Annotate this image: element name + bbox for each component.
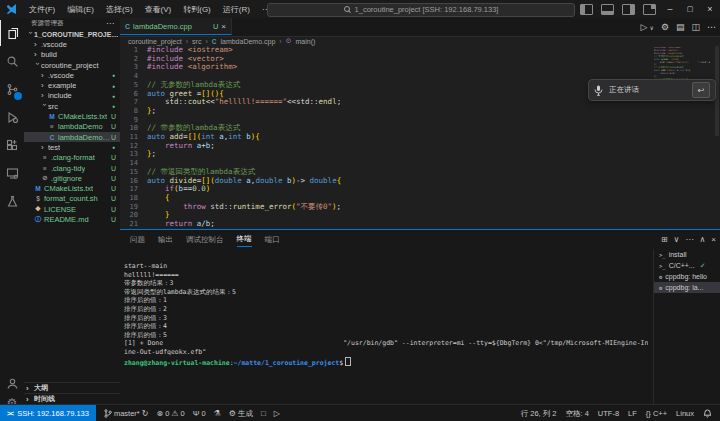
tree-item[interactable]: ›src● (24, 101, 120, 111)
tree-item[interactable]: ClambdaDemo.cppU (24, 132, 120, 142)
breadcrumb[interactable]: coroutine_project› src› C lambdaDemo.cpp… (128, 36, 688, 46)
encoding[interactable]: UTF-8 (598, 409, 619, 418)
customize-layout-icon[interactable] (643, 4, 656, 15)
problems-item[interactable]: ⊗ 0 ⚠ 0 (156, 409, 184, 418)
tree-item[interactable]: ›.vscode● (24, 70, 120, 80)
notifications-bell-icon[interactable] (703, 409, 712, 418)
tree-item[interactable]: ⓘREADME.mdU (24, 214, 120, 224)
tree-item[interactable]: ›1_COROUTINE_PROJECT [SSH: 1... (24, 29, 120, 39)
tree-item[interactable]: ⊘.gitignoreU (24, 173, 120, 183)
line-number: 3 (120, 63, 147, 72)
run-debug-icon[interactable] (0, 104, 24, 130)
close-button[interactable]: × (700, 0, 720, 18)
ports-item[interactable]: Ψ 0 (193, 409, 206, 418)
tree-item[interactable]: ›include● (24, 91, 120, 101)
code-editor[interactable]: 1#include <iostream>2#include <vector>3#… (120, 46, 650, 229)
terminal-output[interactable]: start--mainhelllll!======带参数的结果：3带返回类型的l… (124, 252, 648, 410)
command-center-search[interactable]: 1_coroutine_project [SSH: 192.168.79.133… (267, 3, 575, 17)
source-control-icon[interactable] (0, 76, 24, 102)
new-terminal-icon[interactable]: ⊞ (661, 235, 668, 244)
remote-indicator[interactable]: >< SSH: 192.168.79.133 (0, 405, 96, 421)
maximize-panel-icon[interactable]: ∧ (699, 235, 705, 244)
search-sidebar-icon[interactable] (0, 48, 24, 74)
tools-item[interactable]: ⚗ (214, 410, 221, 418)
panel-tab-调试控制台[interactable]: 调试控制台 (186, 233, 224, 247)
tree-item[interactable]: ≡lambdaDemoU (24, 122, 120, 132)
tab-lambdademo-cpp[interactable]: C lambdaDemo.cpp U × (120, 18, 232, 35)
git-branch-item[interactable]: master* ↻ (104, 409, 149, 418)
run-dropdown-icon[interactable]: ∨ (649, 24, 653, 31)
tree-item[interactable]: MCMakeLists.txtU (24, 111, 120, 121)
toggle-sidebar-icon[interactable] (580, 4, 593, 15)
menu-item[interactable]: 选择(S) (100, 5, 139, 14)
code-line: 3#include <algorithm> (120, 63, 650, 72)
tree-item[interactable]: ›build (24, 50, 120, 60)
breadcrumb-item[interactable]: coroutine_project (128, 38, 182, 45)
tree-item-label: 1_COROUTINE_PROJECT [SSH: 1... (34, 31, 120, 38)
menu-item[interactable]: 查看(V) (139, 5, 178, 14)
tree-item[interactable]: MCMakeLists.txtU (24, 183, 120, 193)
code-text: }; (147, 150, 156, 159)
tree-item[interactable]: $format_count.shU (24, 194, 120, 204)
menu-item[interactable]: 转到(G) (177, 5, 217, 14)
panel-tab-输出[interactable]: 输出 (158, 233, 173, 247)
terminal-dropdown-icon[interactable]: ∨ (674, 235, 680, 244)
cursor-position[interactable]: 行 26, 列 2 (521, 409, 557, 419)
menu-item[interactable]: 文件(F) (23, 5, 61, 14)
editor-scrollbar[interactable] (714, 46, 720, 229)
os-indicator[interactable]: Linux (676, 409, 694, 418)
menu-item[interactable]: 运行(R) (217, 5, 256, 14)
sidebar-section-header[interactable]: ›大纲 (24, 382, 120, 393)
tree-item[interactable]: ›coroutine_project (24, 60, 120, 70)
minimap-line: std::cout<<"helllll!======"<<std::endl; (654, 62, 710, 65)
minimize-button[interactable]: – (660, 0, 680, 18)
more-actions-icon[interactable]: ⋯ (685, 235, 693, 244)
tree-item[interactable]: ≡.clang-tidyU (24, 163, 120, 173)
breadcrumb-item[interactable]: src (192, 38, 201, 45)
testing-icon[interactable] (0, 188, 24, 214)
tree-item[interactable]: ≡.clang-formatU (24, 153, 120, 163)
language-mode[interactable]: {} C++ (646, 409, 667, 418)
extensions-icon[interactable] (0, 132, 24, 158)
tree-item[interactable]: ›.vscode (24, 39, 120, 49)
terminal-list-item[interactable]: ⚙cppdbg: la... (654, 282, 720, 293)
terminal-list-item[interactable]: >_install (654, 249, 720, 260)
debug-target-button[interactable]: □ (261, 410, 266, 418)
explorer-icon[interactable] (0, 20, 25, 46)
bottom-panel: 问题输出调试控制台终端端口 ⊞ ∨ ⋯ ∧ × start--mainhelll… (120, 229, 720, 405)
tab-git-badge: U (213, 22, 218, 31)
split-editor-icon[interactable]: ◫ (691, 22, 700, 32)
line-number: 12 (120, 142, 147, 151)
breadcrumb-item[interactable]: main() (296, 38, 316, 45)
more-actions-icon[interactable]: ⋯ (707, 22, 716, 32)
git-status-badge: U (111, 185, 120, 192)
menu-item[interactable]: 编辑(E) (61, 5, 100, 14)
cmake-build-button[interactable]: ⚙ 生成 (229, 409, 253, 419)
panel-tab-终端[interactable]: 终端 (237, 232, 252, 247)
remote-explorer-icon[interactable] (0, 160, 24, 186)
breadcrumb-item[interactable]: lambdaDemo.cpp (220, 38, 275, 45)
tree-item[interactable]: ›test● (24, 142, 120, 152)
launch-target-button[interactable]: ▷ (274, 410, 280, 418)
voice-insert-button[interactable]: ↩ (692, 82, 710, 98)
outline-icon[interactable]: ▤ (676, 22, 685, 32)
toggle-secondary-sidebar-icon[interactable] (622, 4, 635, 15)
panel-tab-问题[interactable]: 问题 (130, 233, 145, 247)
terminal-list-item[interactable]: >_C/C++...✓ (654, 260, 720, 271)
terminal-list-item[interactable]: ⚙cppdbg: hello (654, 271, 720, 282)
toggle-panel-icon[interactable] (601, 4, 614, 15)
tree-item[interactable]: ❖LICENSEU (24, 204, 120, 214)
indentation[interactable]: 空格: 4 (566, 409, 589, 419)
restore-button[interactable]: ▢ (680, 0, 700, 18)
eol[interactable]: LF (628, 409, 637, 418)
line-number: 21 (120, 220, 147, 229)
terminal-line: [1] + Done "/usr/bin/gdb" --interpreter=… (124, 339, 648, 348)
close-panel-icon[interactable]: × (711, 235, 716, 244)
gear-icon[interactable]: ⚙ (661, 22, 669, 32)
tree-item[interactable]: ›example● (24, 80, 120, 90)
run-cpp-button[interactable]: ▷ (641, 22, 648, 32)
tab-close-icon[interactable]: × (221, 22, 226, 31)
sidebar-section-header[interactable]: ›时间线 (24, 393, 120, 404)
more-actions-icon[interactable]: ⋯ (106, 19, 114, 28)
panel-tab-端口[interactable]: 端口 (265, 233, 280, 247)
